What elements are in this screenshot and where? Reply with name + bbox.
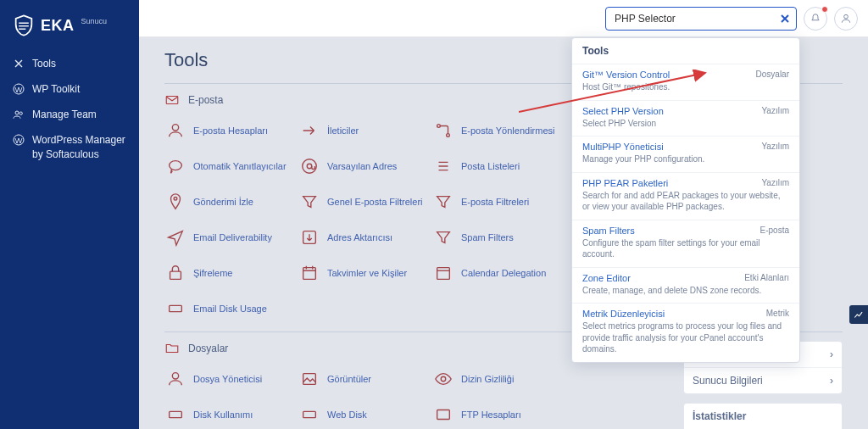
sidebar-item-wp-manager[interactable]: WordPress Manager by Softaculous bbox=[0, 127, 139, 168]
svg-point-10 bbox=[437, 125, 441, 128]
tool-address-importer[interactable]: Adres Aktarıcısı bbox=[298, 220, 426, 255]
user-icon bbox=[166, 370, 185, 388]
tool-autoresponders[interactable]: Otomatik Yanıtlayıcılar bbox=[164, 148, 292, 184]
svg-rect-25 bbox=[303, 411, 316, 417]
tool-email-filters[interactable]: E-posta Filtreleri bbox=[432, 184, 559, 220]
dropdown-item-spam[interactable]: Spam FiltersConfigure the spam filter se… bbox=[572, 220, 799, 267]
tool-default-address[interactable]: Varsayılan Adres bbox=[298, 148, 426, 184]
sidebar-item-tools[interactable]: Tools bbox=[0, 51, 139, 76]
tool-label[interactable]: İleticiler bbox=[327, 125, 359, 136]
tool-label[interactable]: Spam Filters bbox=[461, 232, 514, 242]
search-input[interactable] bbox=[605, 7, 797, 31]
tool-directory-privacy[interactable]: Dizin Gizliliği bbox=[432, 361, 559, 397]
tool-label[interactable]: Dizin Gizliliği bbox=[461, 374, 514, 384]
tool-label[interactable]: Gönderimi İzle bbox=[193, 197, 253, 207]
notifications-button[interactable] bbox=[804, 7, 827, 31]
filter-icon bbox=[434, 192, 453, 211]
svg-point-11 bbox=[447, 134, 450, 137]
tool-spam-filters[interactable]: Spam Filters bbox=[432, 220, 559, 255]
svg-rect-20 bbox=[170, 305, 182, 311]
tool-label[interactable]: E-posta Hesapları bbox=[193, 125, 268, 136]
tool-email-routing[interactable]: E-posta Yönlendirmesi bbox=[432, 113, 559, 148]
tool-forwarders[interactable]: İleticiler bbox=[298, 113, 426, 148]
tool-disk-usage[interactable]: Disk Kullanımı bbox=[164, 397, 292, 429]
tool-encryption[interactable]: Şifreleme bbox=[164, 255, 292, 291]
search-wrap bbox=[605, 7, 797, 31]
sidebar-item-label: Manage Team bbox=[32, 109, 97, 120]
tool-email-accounts[interactable]: E-posta Hesapları bbox=[164, 113, 292, 148]
dropdown-item-metrics[interactable]: Metrik DüzenleyicisiSelect metrics progr… bbox=[572, 303, 799, 362]
tools-icon bbox=[12, 57, 25, 70]
chevron-right-icon: › bbox=[830, 375, 833, 387]
dropdown-heading: Tools bbox=[572, 38, 799, 64]
tool-label[interactable]: FTP Hesapları bbox=[461, 410, 521, 420]
tool-label[interactable]: E-posta Filtreleri bbox=[461, 197, 529, 207]
sidebar-item-manage-team[interactable]: Manage Team bbox=[0, 102, 139, 127]
tool-track-delivery[interactable]: Gönderimi İzle bbox=[164, 184, 292, 220]
dropdown-item-multiphp[interactable]: MultiPHP YöneticisiManage your PHP confi… bbox=[572, 136, 799, 172]
tool-images[interactable]: Görüntüler bbox=[298, 361, 426, 397]
image-icon bbox=[300, 370, 319, 388]
svg-rect-19 bbox=[437, 268, 450, 280]
tool-ftp-accounts[interactable]: FTP Hesapları bbox=[432, 397, 559, 429]
svg-point-15 bbox=[174, 198, 177, 201]
svg-rect-18 bbox=[303, 268, 316, 280]
tool-label[interactable]: E-posta Yönlendirmesi bbox=[461, 125, 554, 136]
tool-mail-lists[interactable]: Posta Listeleri bbox=[432, 148, 559, 184]
svg-rect-26 bbox=[437, 410, 450, 420]
calendar-icon bbox=[434, 264, 453, 282]
tool-label[interactable]: Şifreleme bbox=[193, 268, 232, 278]
tool-label[interactable]: Genel E-posta Filtreleri bbox=[327, 197, 423, 207]
chart-badge[interactable] bbox=[849, 305, 868, 324]
tool-file-manager[interactable]: Dosya Yöneticisi bbox=[164, 361, 292, 397]
sidebar-item-label: WP Toolkit bbox=[32, 83, 80, 95]
tool-web-disk[interactable]: Web Disk bbox=[298, 397, 426, 429]
tool-label[interactable]: Otomatik Yanıtlayıcılar bbox=[193, 161, 287, 171]
tool-calendars[interactable]: Takvimler ve Kişiler bbox=[298, 255, 426, 291]
main: Tools E-posta E-posta Hesapları İleticil… bbox=[139, 0, 868, 429]
right-row-server-info[interactable]: Sunucu Bilgileri› bbox=[684, 368, 842, 393]
sidebar-item-wp-toolkit[interactable]: WP Toolkit bbox=[0, 76, 139, 102]
notification-dot bbox=[821, 6, 828, 13]
tool-email-deliverability[interactable]: Email Deliverability bbox=[164, 220, 292, 255]
close-icon bbox=[780, 14, 790, 24]
svg-rect-1 bbox=[19, 25, 29, 26]
tool-label[interactable]: Calendar Delegation bbox=[461, 268, 546, 278]
clear-search-button[interactable] bbox=[778, 12, 792, 25]
at-icon bbox=[300, 157, 319, 176]
svg-point-7 bbox=[844, 14, 849, 19]
tool-label[interactable]: Posta Listeleri bbox=[461, 161, 520, 171]
user-icon bbox=[166, 121, 185, 140]
svg-rect-0 bbox=[19, 23, 29, 24]
svg-point-9 bbox=[172, 125, 178, 131]
tool-label[interactable]: Disk Kullanımı bbox=[193, 410, 253, 420]
tool-label[interactable]: Varsayılan Adres bbox=[327, 161, 397, 171]
filter-icon bbox=[300, 192, 319, 211]
logo-brand: EKA bbox=[41, 17, 75, 35]
dropdown-item-zone[interactable]: Zone EditorCreate, manage, and delete DN… bbox=[572, 267, 799, 304]
dropdown-item-git[interactable]: Git™ Version ControlHost Git™ repositori… bbox=[572, 64, 799, 100]
svg-rect-17 bbox=[170, 271, 181, 279]
tool-label[interactable]: Takvimler ve Kişiler bbox=[327, 268, 407, 278]
tool-label[interactable]: Email Disk Usage bbox=[193, 304, 267, 314]
svg-rect-22 bbox=[303, 374, 316, 385]
disk-icon bbox=[166, 299, 185, 318]
tool-email-disk-usage[interactable]: Email Disk Usage bbox=[164, 291, 292, 326]
svg-rect-2 bbox=[19, 29, 25, 30]
logo[interactable]: EKA Sunucu bbox=[0, 10, 139, 51]
tool-label[interactable]: Görüntüler bbox=[327, 374, 371, 384]
eye-icon bbox=[434, 370, 453, 388]
dropdown-item-pear[interactable]: PHP PEAR PaketleriSearch for and add PEA… bbox=[572, 172, 799, 220]
tool-calendar-delegation[interactable]: Calendar Delegation bbox=[432, 255, 559, 291]
route-icon bbox=[434, 121, 453, 140]
tool-label[interactable]: Adres Aktarıcısı bbox=[327, 232, 392, 242]
user-menu-button[interactable] bbox=[834, 7, 858, 31]
tool-label[interactable]: Email Deliverability bbox=[193, 232, 272, 242]
tool-label[interactable]: Web Disk bbox=[327, 410, 367, 420]
disk-icon bbox=[300, 405, 319, 424]
svg-point-14 bbox=[307, 164, 312, 169]
tool-label[interactable]: Dosya Yöneticisi bbox=[193, 374, 262, 384]
chart-icon bbox=[853, 309, 865, 320]
tool-global-filters[interactable]: Genel E-posta Filtreleri bbox=[298, 184, 426, 220]
dropdown-item-select-php[interactable]: Select PHP VersionSelect PHP VersionYazı… bbox=[572, 100, 799, 136]
